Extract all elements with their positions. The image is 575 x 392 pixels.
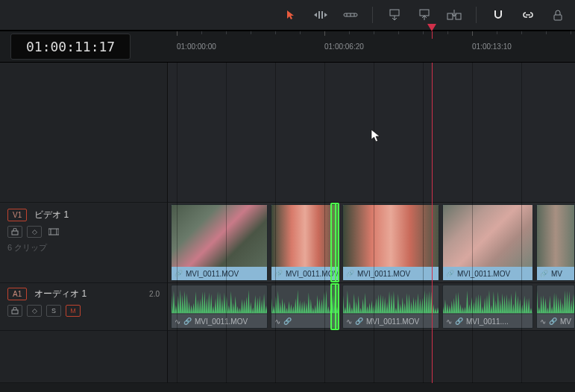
- clip-name: MVI_0011.MOV: [195, 317, 248, 326]
- ruler-tick: 01:00:00:00: [177, 31, 216, 62]
- link-icon: 🔗: [183, 317, 192, 325]
- audio-clip[interactable]: ∿🔗: [271, 285, 339, 329]
- clip-name: MVI_0011.MOV: [457, 270, 510, 278]
- timecode-display[interactable]: 01:00:11:17: [10, 34, 131, 60]
- link-icon: 🔗: [446, 270, 454, 277]
- playhead-line: [432, 63, 433, 383]
- svg-rect-6: [390, 10, 399, 16]
- audio-track-channels: 2.0: [149, 290, 160, 298]
- audio-clip[interactable]: ∿🔗MV: [536, 285, 575, 329]
- edit-toolbar: [0, 0, 575, 31]
- thumbnail-view-icon[interactable]: [46, 226, 61, 238]
- link-icon: 🔗: [549, 317, 557, 325]
- video-clip[interactable]: 🔗MVI_0011.MOV: [442, 204, 533, 281]
- svg-rect-10: [554, 15, 562, 20]
- video-track-header[interactable]: V1 ビデオ 1 ◇ 6 クリップ: [0, 203, 168, 283]
- ruler-tick: 01:00:06:20: [324, 31, 364, 62]
- audio-clip[interactable]: ∿🔗MVI_0011.MOV: [171, 285, 268, 329]
- tracks-area: V1 ビデオ 1 ◇ 6 クリップ A1 オーディオ 1 2.0 ◇ S M: [0, 63, 575, 383]
- svg-rect-0: [318, 11, 320, 19]
- mute-icon[interactable]: M: [66, 305, 81, 317]
- edit-point-line: [335, 203, 336, 282]
- timecode-container: 01:00:11:17: [0, 31, 168, 62]
- audio-track-name: オーディオ 1: [34, 288, 87, 300]
- audio-track-badge[interactable]: A1: [7, 288, 27, 300]
- edit-point-line: [335, 283, 336, 330]
- video-track-name: ビデオ 1: [34, 209, 69, 221]
- timeline-header: 01:00:11:17 01:00:00:0001:00:06:2001:00:…: [0, 31, 575, 63]
- audio-clip[interactable]: ∿🔗MVI_0011....: [442, 285, 533, 329]
- clip-name: MVI_0011.MOV: [186, 270, 239, 278]
- video-track-badge[interactable]: V1: [7, 209, 27, 221]
- auto-select-icon[interactable]: ◇: [27, 226, 42, 238]
- overwrite-clip-tool[interactable]: [415, 5, 434, 25]
- curve-icon: ∿: [175, 317, 180, 326]
- link-icon: 🔗: [283, 317, 292, 325]
- audio-track-header[interactable]: A1 オーディオ 1 2.0 ◇ S M: [0, 283, 168, 331]
- separator: [476, 7, 477, 23]
- curve-icon: ∿: [446, 317, 452, 326]
- svg-rect-1: [321, 11, 323, 19]
- lock-track-icon[interactable]: [7, 305, 22, 317]
- gap-lane: [168, 331, 575, 383]
- curve-icon: ∿: [346, 317, 352, 326]
- link-icon: 🔗: [175, 270, 183, 277]
- video-clip[interactable]: 🔗MVI_0011.MOV: [271, 204, 339, 281]
- svg-rect-7: [420, 10, 429, 16]
- trim-tool[interactable]: [311, 5, 330, 25]
- replace-clip-tool[interactable]: [444, 5, 464, 25]
- ruler-tick: 01:00:13:10: [472, 31, 512, 62]
- link-icon: 🔗: [346, 270, 354, 277]
- gap-head: [0, 331, 168, 383]
- solo-icon[interactable]: S: [46, 305, 61, 317]
- timeline-ruler[interactable]: 01:00:00:0001:00:06:2001:00:13:10: [168, 31, 575, 62]
- video-lane[interactable]: 🔗MVI_0011.MOV🔗MVI_0011.MOV🔗MVI_0011.MOV🔗…: [168, 203, 575, 283]
- video-clip[interactable]: 🔗MV: [536, 204, 575, 281]
- spacer-head: [0, 63, 168, 203]
- curve-icon: ∿: [540, 317, 546, 326]
- clip-count-label: 6 クリップ: [7, 242, 160, 253]
- lock-track-icon[interactable]: [7, 226, 22, 238]
- link-icon: 🔗: [355, 317, 363, 325]
- empty-lane[interactable]: [168, 63, 575, 203]
- snap-toggle[interactable]: [488, 5, 508, 25]
- svg-rect-15: [12, 310, 18, 314]
- clip-name: MV: [551, 270, 562, 278]
- blade-tool[interactable]: [341, 5, 360, 25]
- auto-select-icon[interactable]: ◇: [27, 305, 42, 317]
- track-headers: V1 ビデオ 1 ◇ 6 クリップ A1 オーディオ 1 2.0 ◇ S M: [0, 63, 168, 383]
- video-clip[interactable]: 🔗MVI_0011.MOV: [171, 204, 268, 281]
- lock-toggle[interactable]: [548, 5, 568, 25]
- audio-clip[interactable]: ∿🔗MVI_0011.MOV: [342, 285, 439, 329]
- link-icon: 🔗: [540, 270, 548, 277]
- track-lanes: 🔗MVI_0011.MOV🔗MVI_0011.MOV🔗MVI_0011.MOV🔗…: [168, 63, 575, 383]
- audio-lane[interactable]: ∿🔗MVI_0011.MOV∿🔗∿🔗MVI_0011.MOV∿🔗MVI_0011…: [168, 283, 575, 331]
- svg-rect-11: [12, 231, 18, 235]
- clip-name: MVI_0011.MOV: [357, 270, 410, 278]
- selection-tool[interactable]: [281, 5, 301, 25]
- separator: [372, 7, 373, 23]
- insert-clip-tool[interactable]: [385, 5, 404, 25]
- video-clip[interactable]: 🔗MVI_0011.MOV: [342, 204, 439, 281]
- link-icon: 🔗: [455, 317, 463, 325]
- clip-name: MV: [560, 317, 571, 326]
- svg-rect-12: [48, 229, 59, 235]
- link-toggle[interactable]: [518, 5, 538, 25]
